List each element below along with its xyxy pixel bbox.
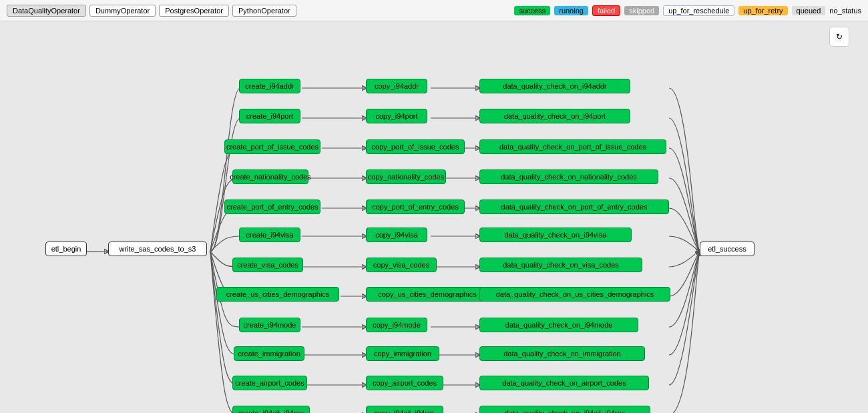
node-create-i94mode[interactable]: create_i94mode (239, 318, 300, 332)
operator-tags: DataQualityOperator DummyOperator Postgr… (7, 5, 296, 17)
dag-canvas: ↻ (0, 21, 855, 413)
status-running: running (554, 6, 588, 15)
node-copy-i94visa[interactable]: copy_i94visa (366, 228, 427, 242)
status-skipped: skipped (624, 6, 659, 15)
node-copy-i94cit[interactable]: copy_i94cit_i94res (366, 406, 443, 413)
op-tag-python[interactable]: PythonOperator (232, 5, 296, 17)
node-dq-i94cit[interactable]: data_quality_check_on_i94cit_i94res (479, 406, 650, 413)
op-tag-dummy[interactable]: DummyOperator (89, 5, 156, 17)
refresh-button[interactable]: ↻ (829, 27, 849, 47)
node-dq-nationality[interactable]: data_quality_check_on_nationality_codes (479, 169, 658, 184)
node-dq-i94mode[interactable]: data_quality_check_on_i94mode (479, 318, 638, 332)
node-copy-i94mode[interactable]: copy_i94mode (366, 318, 427, 332)
status-reschedule: up_for_reschedule (663, 5, 734, 16)
node-copy-i94addr[interactable]: copy_i94addr (366, 79, 427, 93)
node-create-immigration[interactable]: create_immigration (234, 346, 304, 361)
node-copy-port-of-issue[interactable]: copy_port_of_issue_codes (366, 139, 465, 154)
node-dq-i94visa[interactable]: data_quality_check_on_i94visa (479, 228, 632, 242)
node-copy-airport[interactable]: copy_airport_codes (366, 376, 443, 390)
node-create-i94addr[interactable]: create_i94addr (239, 79, 300, 93)
dag-area: ↻ (0, 21, 868, 413)
node-copy-i94port[interactable]: copy_i94port (366, 109, 427, 123)
node-dq-port-of-entry[interactable]: data_quality_check_on_port_of_entry_code… (479, 199, 669, 214)
status-legend: success running failed skipped up_for_re… (514, 5, 861, 16)
op-tag-postgres[interactable]: PostgresOperator (159, 5, 229, 17)
node-create-visa-codes[interactable]: create_visa_codes (232, 258, 303, 272)
node-dq-port-of-issue[interactable]: data_quality_check_on_port_of_issue_code… (479, 139, 666, 154)
node-copy-visa-codes[interactable]: copy_visa_codes (366, 258, 437, 272)
top-bar: DataQualityOperator DummyOperator Postgr… (0, 0, 868, 21)
status-success: success (514, 6, 550, 15)
status-retry: up_for_retry (738, 6, 787, 15)
op-tag-dataquality[interactable]: DataQualityOperator (7, 5, 86, 17)
node-etl-begin[interactable]: etl_begin (45, 242, 87, 256)
node-dq-us-cities[interactable]: data_quality_check_on_us_cities_demograp… (479, 287, 670, 302)
node-dq-i94addr[interactable]: data_quality_check_on_i94addr (479, 79, 630, 93)
node-create-nationality[interactable]: create_nationality_codes (232, 169, 308, 184)
status-queued: queued (792, 6, 826, 15)
node-create-port-of-entry[interactable]: create_port_of_entry_codes (224, 199, 320, 214)
node-copy-port-of-entry[interactable]: copy_port_of_entry_codes (366, 199, 465, 214)
node-copy-us-cities[interactable]: copy_us_cities_demographics (366, 287, 489, 302)
node-create-airport[interactable]: create_airport_codes (232, 376, 307, 390)
node-copy-immigration[interactable]: copy_immigration (366, 346, 439, 361)
node-dq-immigration[interactable]: data_quality_check_on_immigration (479, 346, 645, 361)
node-copy-nationality[interactable]: copy_nationality_codes (366, 169, 446, 184)
node-create-i94cit[interactable]: create_i94cit_i94res (232, 406, 310, 413)
node-dq-i94port[interactable]: data_quality_check_on_i94port (479, 109, 630, 123)
node-create-us-cities[interactable]: create_us_cities_demographics (216, 287, 339, 302)
node-create-port-of-issue[interactable]: create_port_of_issue_codes (224, 139, 320, 154)
node-write-sas[interactable]: write_sas_codes_to_s3 (108, 242, 207, 256)
node-create-i94port[interactable]: create_i94port (239, 109, 300, 123)
status-nostatus: no_status (829, 7, 861, 15)
node-dq-visa-codes[interactable]: data_quality_check_on_visa_codes (479, 258, 642, 272)
node-etl-success[interactable]: etl_success (700, 242, 754, 256)
node-create-i94visa[interactable]: create_i94visa (239, 228, 300, 242)
status-failed: failed (592, 5, 620, 16)
node-dq-airport[interactable]: data_quality_check_on_airport_codes (479, 376, 649, 390)
